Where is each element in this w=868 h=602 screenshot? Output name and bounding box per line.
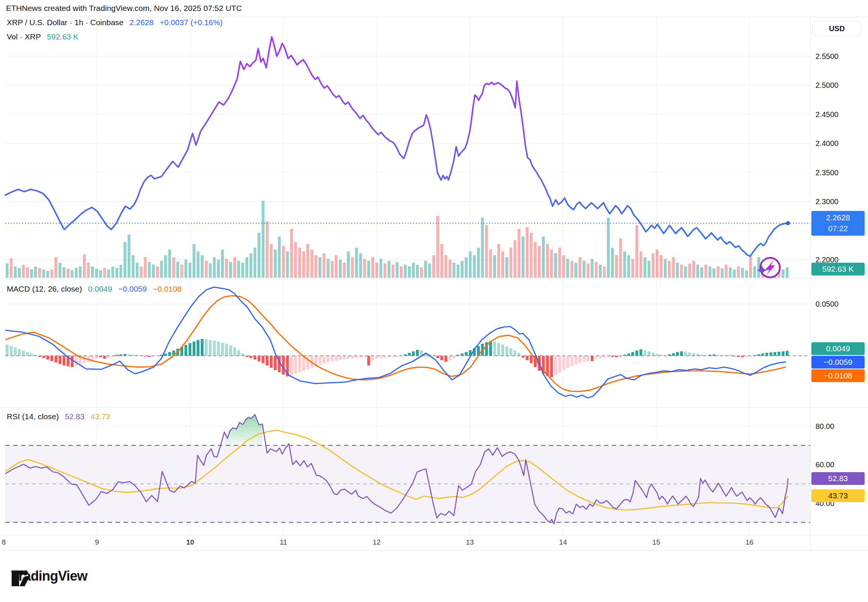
volume-bar [429,263,432,278]
volume-bar [375,263,378,278]
macd-histogram-bar [270,356,273,368]
volume-bar [359,253,362,278]
volume-bar [327,259,330,278]
price-change-value: +0.0037 (+0.16%) [159,18,222,27]
time-axis-label-8[interactable]: 8 [2,538,6,547]
volume-bar [168,250,171,278]
volume-bar [83,255,86,278]
macd-label[interactable]: MACD (12, 26, close) [7,284,82,293]
macd-histogram-bar [10,346,13,356]
volume-bar [440,244,443,278]
volume-bar [355,248,358,278]
macd-histogram-bar [416,350,419,356]
volume-bar [314,255,317,278]
volume-bar [741,268,744,278]
macd-histogram-bar [652,353,655,356]
volume-bar [185,260,188,278]
volume-bar [721,268,724,278]
currency-toggle-button[interactable]: USD [813,21,861,36]
macd-histogram-bar [465,352,468,356]
time-axis-label-9[interactable]: 9 [95,538,99,547]
macd-histogram-bar [367,356,370,366]
volume-bar [550,250,553,278]
volume-bar [380,259,383,278]
volume-bar [250,253,253,278]
price-chart-canvas[interactable] [0,0,868,602]
volume-bar [302,252,305,278]
volume-bar [164,255,167,278]
volume-bar [688,263,691,278]
volume-bar [704,264,707,278]
volume-bar [700,267,703,278]
volume-bar [34,266,37,278]
volume-bar [473,255,476,278]
volume-bar [245,257,248,278]
macd-histogram-bar [262,356,265,363]
volume-bar [176,262,179,278]
volume-bar [306,244,309,278]
volume-bar [546,244,549,278]
volume-bar [26,267,29,278]
macd-histogram-bar [517,353,520,356]
volume-bar [558,248,561,278]
volume-bar [278,236,281,278]
volume-bar [510,248,513,278]
time-axis-label-11[interactable]: 11 [280,538,287,547]
macd-histogram-bar [595,356,598,359]
tradingview-chart-page: ETHNews created with TradingView.com, No… [0,0,868,602]
macd-histogram-bar [225,344,228,356]
time-axis-label-13[interactable]: 13 [466,538,474,547]
macd-signal-value: −0.0108 [153,284,182,293]
volume-bar [493,255,496,278]
volume-bar [566,259,569,278]
volume-bar [127,235,130,278]
volume-bar [63,267,66,278]
volume-bar [103,268,106,278]
volume-bar [591,259,594,278]
volume-bar [363,259,366,278]
volume-bar [30,269,33,278]
volume-bar [201,255,204,278]
volume-bar [676,263,679,278]
volume-bar [294,242,297,278]
time-axis-label-14[interactable]: 14 [559,538,567,547]
volume-bar [318,257,321,278]
volume-bar [713,268,716,278]
volume-bar [274,250,277,278]
time-axis-label-10[interactable]: 10 [186,538,194,547]
tradingview-branding[interactable]: Trad­ingView [11,568,87,584]
rsi-label[interactable]: RSI (14, close) [7,412,59,421]
volume-bar [579,257,582,278]
time-axis-label-16[interactable]: 16 [746,538,753,547]
volume-bar [351,257,354,278]
macd-histogram-bar [258,356,261,361]
macd-histogram-bar [205,339,208,356]
macd-histogram-bar [778,352,781,356]
volume-bar [205,261,208,278]
volume-bar [668,261,671,278]
volume-bar [22,265,25,278]
macd-hist-value: 0.0049 [88,284,112,293]
symbol-title[interactable]: XRP / U.S. Dollar · 1h · Coinbase [7,18,123,27]
volume-bar [623,252,626,278]
volume-bar [436,216,439,278]
macd-histogram-bar [558,356,561,373]
price-badge-value: 2.2628 [826,212,850,223]
volume-bar [152,264,155,278]
time-axis-label-15[interactable]: 15 [652,538,660,547]
volume-bar [554,253,557,278]
volume-bar [116,268,118,278]
macd-histogram-bar [217,341,220,356]
time-axis-label-12[interactable]: 12 [372,538,380,547]
volume-bar [432,255,435,278]
volume-bar [631,259,634,278]
macd-histogram-bar [103,356,106,359]
volume-label[interactable]: Vol · XRP [7,32,41,41]
macd-histogram-bar [347,356,350,359]
macd-histogram-bar [290,356,293,375]
macd-histogram-bar [229,345,232,356]
volume-bar [140,266,143,278]
macd-histogram-bar [505,346,508,356]
current-price-badge: 2.262807:22 [811,211,865,236]
volume-bar [266,221,269,278]
